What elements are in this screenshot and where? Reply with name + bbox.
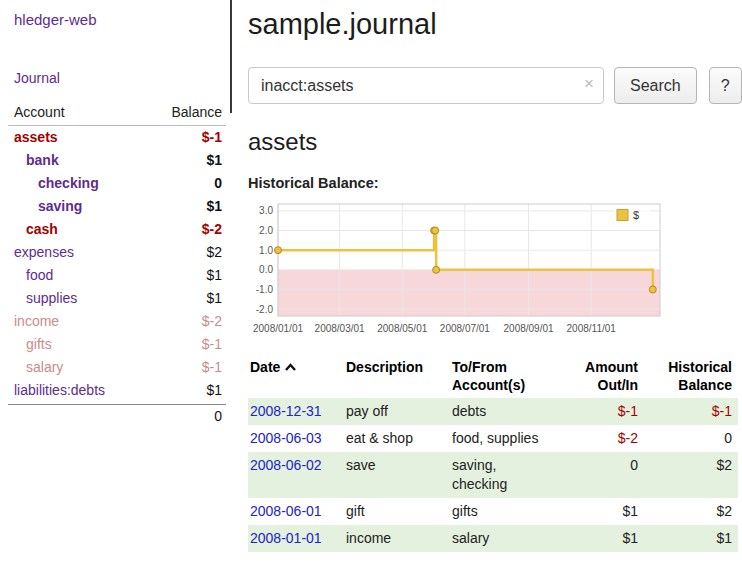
register-row: 2008-06-03 eat & shop food, supplies $-2… [248,425,738,452]
svg-text:-2.0: -2.0 [256,304,274,315]
account-link[interactable]: bank [26,151,59,170]
account-row: liabilities:debts $1 [8,379,226,402]
account-balance: $1 [206,266,222,285]
accounts-table-header: Account Balance [8,102,226,126]
account-cell: gifts [450,498,560,525]
register-table: Date Description To/From Account(s) Amou… [248,356,738,552]
account-row: cash $-2 [8,218,226,241]
account-row: income $-2 [8,310,226,333]
account-row: gifts $-1 [8,333,226,356]
date-link[interactable]: 2008-06-03 [250,430,322,446]
search-input[interactable] [248,67,604,104]
description-cell: eat & shop [344,425,450,452]
account-row: expenses $2 [8,241,226,264]
register-row: 2008-01-01 income salary $1 $1 [248,525,738,552]
account-balance: $-1 [202,335,222,354]
date-link[interactable]: 2008-01-01 [250,530,322,546]
account-link[interactable]: cash [26,220,58,239]
date-link[interactable]: 2008-12-31 [250,403,322,419]
date-link[interactable]: 2008-06-02 [250,457,322,473]
account-link[interactable]: gifts [26,335,52,354]
account-balance: $1 [206,381,222,400]
amount-cell: $-1 [560,398,644,425]
account-row: salary $-1 [8,356,226,379]
svg-text:2008/05/01: 2008/05/01 [377,323,427,334]
account-balance: $-1 [202,128,222,147]
account-cell: salary [450,525,560,552]
amount-cell: 0 [560,452,644,498]
account-balance: 0 [214,174,222,193]
app-title-link[interactable]: hledger-web [14,11,234,28]
account-row: checking 0 [8,172,226,195]
svg-text:2008/03/01: 2008/03/01 [315,323,365,334]
account-link[interactable]: liabilities:debts [14,381,105,400]
register-row: 2008-12-31 pay off debts $-1 $-1 [248,398,738,425]
account-balance: $1 [206,289,222,308]
description-cell: income [344,525,450,552]
account-row: assets $-1 [8,126,226,149]
help-button[interactable]: ? [709,67,742,104]
svg-text:0.0: 0.0 [259,264,273,275]
account-row: saving $1 [8,195,226,218]
svg-text:1.0: 1.0 [259,245,273,256]
account-link[interactable]: income [14,312,59,331]
register-row: 2008-06-01 gift gifts $1 $2 [248,498,738,525]
svg-text:$: $ [633,209,639,221]
account-cell: debts [450,398,560,425]
sidebar-balance-header: Balance [171,104,222,120]
tofrom-column-header: To/From Account(s) [450,356,560,398]
clear-search-icon[interactable]: × [584,75,594,92]
account-balance: $2 [206,243,222,262]
account-balance: $-2 [202,312,222,331]
svg-text:3.0: 3.0 [259,205,273,216]
sidebar-account-header: Account [14,104,65,120]
account-balance: $-1 [202,358,222,377]
balance-cell: $2 [644,452,738,498]
account-cell: food, supplies [450,425,560,452]
account-row: food $1 [8,264,226,287]
balance-cell: $2 [644,498,738,525]
main-content: sample.journal × Search ? assets Histori… [248,0,742,552]
balance-cell: $1 [644,525,738,552]
search-form: × Search ? [248,67,742,104]
description-column-header: Description [344,356,450,398]
balance-cell: $-1 [644,398,738,425]
balance-chart-svg: 3.02.01.00.0-1.0-2.02008/01/012008/03/01… [248,198,668,338]
svg-text:2008/09/01: 2008/09/01 [504,323,554,334]
sidebar: hledger-web Journal Account Balance asse… [0,0,234,426]
amount-cell: $1 [560,498,644,525]
account-link[interactable]: saving [38,197,82,216]
sort-ascending-icon [284,358,297,376]
account-row: bank $1 [8,149,226,172]
accounts-table: Account Balance assets $-1 bank $1 check… [8,102,226,426]
account-link[interactable]: checking [38,174,99,193]
accounts-total: 0 [8,404,226,426]
search-button[interactable]: Search [614,67,697,104]
page-title: sample.journal [248,8,742,41]
account-link[interactable]: supplies [26,289,77,308]
svg-text:2.0: 2.0 [259,225,273,236]
sidebar-divider [230,0,232,113]
register-header-row: Date Description To/From Account(s) Amou… [248,356,738,398]
balance-column-header: Historical Balance [644,356,738,398]
description-cell: gift [344,498,450,525]
account-link[interactable]: assets [14,128,58,147]
account-cell: saving, checking [450,452,560,498]
journal-link[interactable]: Journal [14,70,234,86]
date-column-header[interactable]: Date [248,356,344,398]
amount-cell: $1 [560,525,644,552]
account-link[interactable]: salary [26,358,63,377]
description-cell: pay off [344,398,450,425]
balance-cell: 0 [644,425,738,452]
account-row: supplies $1 [8,287,226,310]
account-link[interactable]: food [26,266,53,285]
account-link[interactable]: expenses [14,243,74,262]
account-balance: $-2 [202,220,222,239]
account-balance: $1 [206,197,222,216]
svg-text:2008/07/01: 2008/07/01 [440,323,490,334]
historical-balance-chart: 3.02.01.00.0-1.0-2.02008/01/012008/03/01… [248,198,668,338]
date-link[interactable]: 2008-06-01 [250,503,322,519]
amount-cell: $-2 [560,425,644,452]
register-row: 2008-06-02 save saving, checking 0 $2 [248,452,738,498]
svg-text:-1.0: -1.0 [256,284,274,295]
